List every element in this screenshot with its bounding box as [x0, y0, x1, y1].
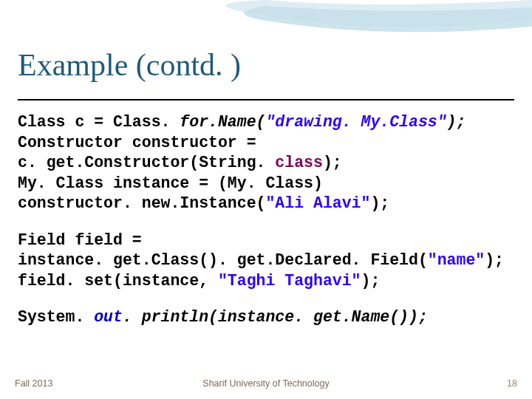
blank-line — [18, 214, 520, 231]
slide: Example (contd. ) Class c = Class. for.N… — [0, 0, 532, 399]
decorative-swoosh — [0, 0, 532, 44]
code-line: My. Class instance = (My. Class) — [18, 174, 520, 194]
code-line: field. set(instance, "Taghi Taghavi"); — [18, 271, 520, 292]
code-line: constructor. new.Instance("Ali Alavi"); — [18, 194, 520, 214]
code-line: c. get.Constructor(String. class); — [18, 153, 520, 174]
title-rule — [18, 99, 514, 100]
code-block: Class c = Class. for.Name("drawing. My.C… — [18, 112, 520, 328]
code-line: System. out. println(instance. get.Name(… — [18, 307, 520, 328]
code-line: instance. get.Class(). get.Declared. Fie… — [18, 250, 520, 271]
footer: Fall 2013 Sharif University of Technolog… — [15, 378, 517, 389]
code-line: Field field = — [18, 231, 520, 251]
slide-title: Example (contd. ) — [18, 47, 241, 83]
footer-center: Sharif University of Technology — [15, 378, 517, 389]
code-line: Constructor constructor = — [18, 133, 520, 154]
code-line: Class c = Class. for.Name("drawing. My.C… — [18, 112, 520, 133]
blank-line — [18, 291, 520, 307]
